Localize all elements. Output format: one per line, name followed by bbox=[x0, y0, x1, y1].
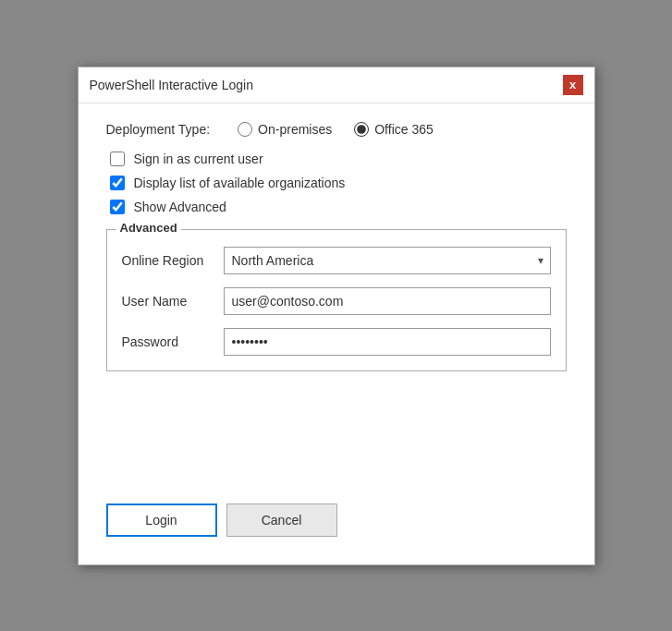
deployment-label: Deployment Type: bbox=[106, 122, 211, 137]
checkbox-sign-in-row: Sign in as current user bbox=[106, 152, 567, 166]
checkbox-display-orgs-label[interactable]: Display list of available organizations bbox=[134, 176, 346, 190]
checkbox-sign-in-current[interactable] bbox=[110, 152, 125, 166]
advanced-group: Advanced Online Region North America Eur… bbox=[106, 229, 567, 371]
radio-office365-label[interactable]: Office 365 bbox=[374, 122, 434, 137]
radio-on-premises-input[interactable] bbox=[238, 122, 252, 137]
radio-on-premises-label[interactable]: On-premises bbox=[258, 122, 332, 137]
username-input[interactable] bbox=[224, 287, 551, 315]
dialog-body: Deployment Type: On-premises Office 365 … bbox=[79, 103, 594, 564]
title-bar: PowerShell Interactive Login x bbox=[79, 67, 594, 103]
cancel-button[interactable]: Cancel bbox=[226, 504, 337, 537]
online-region-select-wrapper: North America Europe Asia Pacific ▾ bbox=[224, 247, 551, 274]
password-row: Password bbox=[122, 328, 551, 356]
radio-group: On-premises Office 365 bbox=[238, 122, 434, 137]
button-row: Login Cancel bbox=[106, 485, 567, 546]
password-label: Password bbox=[122, 334, 224, 349]
password-input[interactable] bbox=[224, 328, 551, 356]
login-button[interactable]: Login bbox=[106, 504, 217, 537]
username-row: User Name bbox=[122, 287, 551, 315]
checkbox-display-orgs[interactable] bbox=[110, 176, 125, 190]
dialog: PowerShell Interactive Login x Deploymen… bbox=[78, 67, 595, 565]
checkbox-show-advanced[interactable] bbox=[110, 200, 125, 214]
deployment-row: Deployment Type: On-premises Office 365 bbox=[106, 122, 567, 137]
radio-office365-input[interactable] bbox=[354, 122, 369, 137]
radio-office365[interactable]: Office 365 bbox=[354, 122, 434, 137]
online-region-select[interactable]: North America Europe Asia Pacific bbox=[224, 247, 551, 274]
checkbox-show-advanced-label[interactable]: Show Advanced bbox=[134, 200, 226, 214]
checkbox-display-orgs-row: Display list of available organizations bbox=[106, 176, 567, 190]
checkbox-show-advanced-row: Show Advanced bbox=[106, 200, 567, 214]
close-button[interactable]: x bbox=[563, 75, 583, 95]
online-region-label: Online Region bbox=[122, 253, 224, 268]
advanced-legend: Advanced bbox=[116, 221, 181, 235]
radio-on-premises[interactable]: On-premises bbox=[238, 122, 332, 137]
username-label: User Name bbox=[122, 294, 224, 309]
dialog-title: PowerShell Interactive Login bbox=[90, 78, 253, 92]
online-region-row: Online Region North America Europe Asia … bbox=[122, 247, 551, 274]
checkbox-sign-in-label[interactable]: Sign in as current user bbox=[134, 152, 263, 166]
